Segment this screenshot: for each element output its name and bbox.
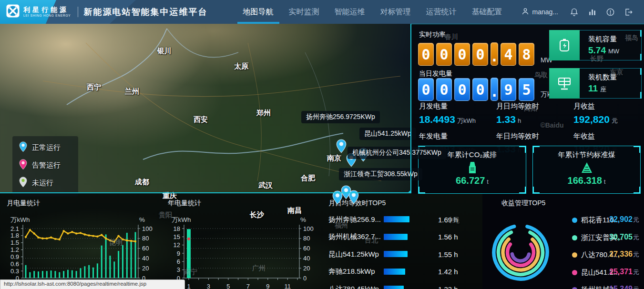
svg-text:20: 20 bbox=[303, 265, 310, 272]
equiv-bar bbox=[384, 286, 404, 289]
svg-text:%: % bbox=[139, 216, 145, 223]
co2-reduction-value: 66.727 bbox=[456, 175, 485, 186]
daily-energy-value: 0000.95万kWh bbox=[418, 78, 561, 101]
svg-text:0.6: 0.6 bbox=[10, 260, 19, 268]
legend-label: 正常运行 bbox=[32, 143, 61, 152]
station-pin[interactable] bbox=[346, 153, 357, 169]
equiv-value: 1.55 h bbox=[438, 250, 458, 259]
revenue-unit: 元 bbox=[633, 269, 639, 276]
digit-cell: 8 bbox=[519, 43, 534, 66]
map-right-separator bbox=[410, 24, 411, 193]
digit-cell: 9 bbox=[501, 78, 516, 101]
logout-button[interactable] bbox=[619, 8, 637, 17]
top-navbar: 利星行能源 LEI SHING HONG ENERGY 新能源电站智能集中运维平… bbox=[0, 0, 644, 24]
svg-text:12: 12 bbox=[174, 241, 180, 249]
svg-text:60: 60 bbox=[303, 245, 310, 252]
equiv-top5-row: 扬州机械362.7...1.56 h bbox=[322, 232, 482, 242]
stat-label: 月发电量 bbox=[419, 102, 448, 111]
browser-status-bar: http://lshsolar.lsh-ast.com:8080/pages/r… bbox=[0, 279, 185, 289]
installed-count-card: 装机数量 11座 bbox=[549, 68, 642, 99]
nav-item-1[interactable]: 地图导航 bbox=[235, 0, 281, 24]
equiv-top5-row: 昆山541.25kWp1.55 h bbox=[322, 249, 482, 259]
svg-text:%: % bbox=[300, 216, 306, 223]
station-pin[interactable] bbox=[358, 148, 369, 164]
equiv-bar bbox=[384, 269, 405, 275]
coal-saving-label: 年累计节约标准煤 bbox=[533, 150, 640, 159]
monthly-energy-chart-title: 月电量统计 bbox=[7, 199, 40, 208]
title-divider bbox=[78, 7, 78, 17]
equiv-value: 1.42 h bbox=[438, 268, 458, 276]
nav-item-5[interactable]: 运营统计 bbox=[419, 0, 464, 24]
digit-cell: 0 bbox=[472, 78, 488, 101]
revenue-unit: 元 bbox=[633, 286, 639, 289]
equiv-station-name: 扬州奔驰256.9... bbox=[328, 215, 381, 224]
battery-power-icon bbox=[549, 30, 580, 60]
user-icon bbox=[521, 7, 530, 17]
company-name: 利星行能源 bbox=[23, 6, 71, 13]
capacity-unit: MW bbox=[608, 48, 619, 55]
coal-pile-icon bbox=[533, 161, 640, 175]
revenue-top5-row: 稻花香110...32,902元 bbox=[482, 215, 644, 226]
equivalent-hours-top5-panel: 月日均等效时TOP5 扬州奔驰256.9...1.69 h扬州机械362.7..… bbox=[322, 193, 482, 289]
equiv-value: 1.56 h bbox=[438, 233, 458, 241]
equiv-value: 1.33 h bbox=[438, 285, 458, 289]
digit-cell: 0 bbox=[454, 78, 470, 101]
capacity-value: 5.74 bbox=[588, 45, 606, 55]
stat-value: 18.4493万kWh bbox=[419, 114, 476, 125]
revenue-dot bbox=[572, 235, 577, 240]
legend-row: 正常运行 bbox=[12, 139, 78, 157]
svg-text:15: 15 bbox=[174, 233, 180, 240]
revenue-unit: 元 bbox=[633, 216, 639, 223]
statistics-button[interactable] bbox=[583, 8, 601, 17]
stat-label: 年收益 bbox=[573, 132, 595, 141]
revenue-dot bbox=[572, 218, 577, 223]
realtime-power-label: 实时功率 bbox=[419, 30, 446, 39]
equiv-station-name: 八达780.45kWp bbox=[328, 285, 379, 289]
svg-text:40: 40 bbox=[303, 255, 310, 262]
nav-item-2[interactable]: 实时监测 bbox=[281, 0, 327, 24]
svg-text:万kWh: 万kWh bbox=[172, 216, 191, 223]
company-logo-text: 利星行能源 LEI SHING HONG ENERGY bbox=[23, 6, 71, 18]
revenue-value: 32,902元 bbox=[609, 215, 639, 224]
yearly-energy-chart-panel: 年电量统计 0369121518020406080100万kWh%1357911 bbox=[161, 193, 322, 289]
legend-pin-icon bbox=[19, 177, 27, 189]
equiv-station-name: 扬州机械362.7... bbox=[328, 232, 381, 241]
digit-cell: 4 bbox=[501, 43, 516, 66]
monthly-energy-chart: 00.30.60.91.21.51.82.1020406080100万kWh% bbox=[2, 214, 159, 289]
monthly-energy-chart-panel: 月电量统计 00.30.60.91.21.51.82.1020406080100… bbox=[0, 193, 161, 289]
svg-text:1.8: 1.8 bbox=[10, 232, 19, 239]
bell-icon bbox=[570, 8, 579, 17]
stat-label: 月日均等效时 bbox=[496, 102, 539, 111]
digit-cell: 0 bbox=[436, 43, 452, 66]
revenue-value: 27,336元 bbox=[609, 250, 639, 259]
about-button[interactable] bbox=[601, 8, 619, 17]
yearly-energy-chart-title: 年电量统计 bbox=[168, 199, 201, 208]
revenue-top5-panel: 收益管理TOP5 稻花香110...32,902元浙江安普实...30,705元… bbox=[482, 193, 644, 289]
revenue-dot bbox=[572, 287, 577, 289]
bottom-charts-row: 月电量统计 00.30.60.91.21.51.82.1020406080100… bbox=[0, 193, 644, 289]
map-status-legend: 正常运行告警运行未运行 bbox=[12, 136, 78, 197]
solar-panel-icon bbox=[549, 68, 580, 99]
stat-label: 年发电量 bbox=[419, 132, 448, 141]
revenue-top5-row: 昆山541.2...25,371元 bbox=[482, 268, 644, 278]
nav-item-6[interactable]: 基础配置 bbox=[464, 0, 510, 24]
map-bottom-separator bbox=[0, 192, 411, 193]
coal-saving-value: 166.318 bbox=[568, 175, 602, 186]
svg-text:1: 1 bbox=[187, 283, 190, 289]
station-pin[interactable] bbox=[336, 139, 347, 155]
info-icon bbox=[606, 8, 615, 17]
svg-text:80: 80 bbox=[142, 235, 149, 242]
nav-item-4[interactable]: 对标管理 bbox=[373, 0, 419, 24]
co2-reduction-card: 年累计CO₂减排 66.727t bbox=[418, 146, 526, 194]
svg-text:11: 11 bbox=[285, 283, 291, 289]
svg-text:1.2: 1.2 bbox=[10, 246, 19, 253]
digit-cell: 0 bbox=[418, 43, 434, 66]
stat-value: 1.33h bbox=[496, 114, 521, 125]
user-name: manag... bbox=[532, 8, 558, 16]
notifications-button[interactable] bbox=[565, 8, 583, 17]
nav-item-3[interactable]: 智能运维 bbox=[327, 0, 373, 24]
installed-capacity-card: 装机容量 5.74MW bbox=[549, 30, 642, 60]
equiv-top5-row: 扬州奔驰256.9...1.69 h bbox=[322, 214, 482, 225]
digit-cell: 0 bbox=[472, 43, 488, 66]
user-menu[interactable]: manag... bbox=[521, 7, 558, 17]
